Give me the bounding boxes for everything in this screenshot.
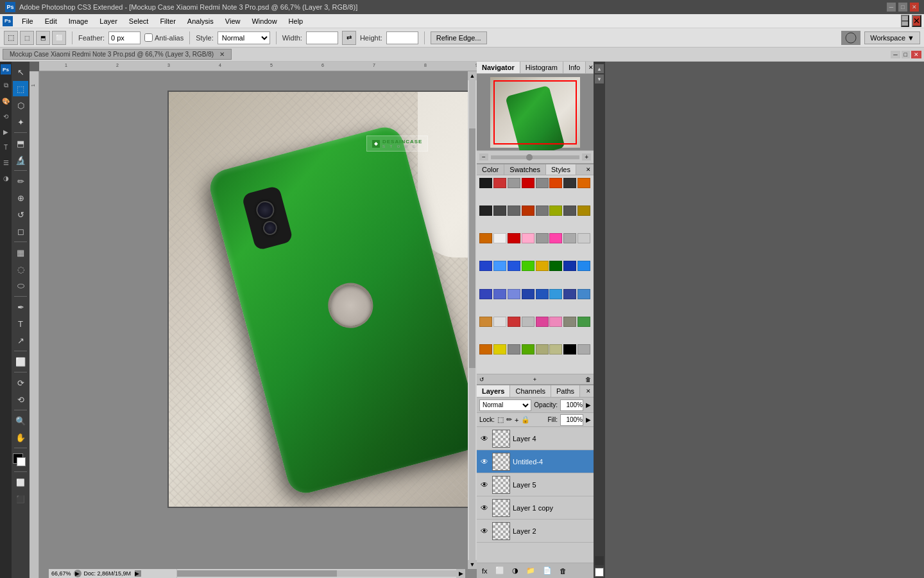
color-swatch-15[interactable] xyxy=(578,206,590,216)
eraser-tool[interactable]: ◻ xyxy=(13,223,28,239)
color-swatch-34[interactable] xyxy=(508,289,520,299)
blend-mode-select[interactable]: Normal Multiply Screen Overlay xyxy=(479,399,531,411)
color-swatch-0[interactable] xyxy=(479,178,492,188)
fill-arrow[interactable]: ▶ xyxy=(586,416,591,423)
marquee-options-1[interactable]: ⬚ xyxy=(20,31,34,45)
navigator-btn[interactable]: ⧉ xyxy=(0,78,13,92)
color-swatch-19[interactable] xyxy=(522,233,535,243)
color-swatch-52[interactable] xyxy=(536,344,549,355)
scroll-right-btn[interactable]: ▶ xyxy=(456,569,465,578)
blur-tool[interactable]: ◌ xyxy=(13,261,28,277)
color-swatch-21[interactable] xyxy=(549,233,562,243)
color-swatch-37[interactable] xyxy=(549,289,562,299)
layer-fx-btn[interactable]: fx xyxy=(479,566,490,575)
tab-styles[interactable]: Styles xyxy=(546,164,576,175)
style-select[interactable]: Normal Fixed Ratio Fixed Size xyxy=(218,31,270,44)
layer-item-2[interactable]: 👁 Layer 5 xyxy=(477,473,594,496)
canvas-area[interactable]: 1 2 3 4 5 6 7 8 9 10 12345678 xyxy=(30,62,477,578)
close-button[interactable]: ✕ xyxy=(910,3,919,12)
feather-input[interactable] xyxy=(108,31,141,44)
doc-info-arrow[interactable]: ▶ xyxy=(135,570,141,577)
lasso-tool[interactable]: ⬡ xyxy=(13,98,28,113)
minimize-button[interactable]: ─ xyxy=(887,3,896,12)
zoom-slider-thumb[interactable] xyxy=(526,154,533,161)
color-swatch-13[interactable] xyxy=(549,206,562,216)
gradient-tool[interactable]: ▦ xyxy=(13,245,28,260)
doc-tab-close[interactable]: ✕ xyxy=(219,51,225,58)
layer-vis-3[interactable]: 👁 xyxy=(479,503,490,513)
color-swatch-1[interactable] xyxy=(493,178,506,188)
opacity-input[interactable] xyxy=(560,399,583,411)
color-swatch-26[interactable] xyxy=(508,261,520,271)
brush-tool[interactable]: ✏ xyxy=(13,173,28,189)
zoom-out-btn[interactable]: − xyxy=(479,153,488,161)
layer-item-0[interactable]: 👁 Layer 4 xyxy=(477,427,594,450)
tab-paths[interactable]: Paths xyxy=(551,385,580,397)
color-swatch-44[interactable] xyxy=(536,317,549,327)
swap-btn[interactable]: ⇄ xyxy=(342,31,356,45)
color-swatch-40[interactable] xyxy=(479,317,492,327)
swatches-delete-btn[interactable]: 🗑 xyxy=(585,376,591,383)
lock-all-btn[interactable]: 🔒 xyxy=(521,416,530,424)
crop-tool[interactable]: ⬒ xyxy=(13,136,28,151)
tab-histogram[interactable]: Histogram xyxy=(520,62,563,73)
color-swatch-8[interactable] xyxy=(479,206,492,216)
color-swatch-42[interactable] xyxy=(508,317,520,327)
canvas-document[interactable]: DESAINCASE S T O R E Buy now at desainca… xyxy=(167,91,477,508)
pen-tool[interactable]: ✒ xyxy=(13,299,28,315)
layer-vis-1[interactable]: 👁 xyxy=(479,457,490,467)
color-swatch-17[interactable] xyxy=(493,233,506,243)
scroll-up-btn[interactable]: ▲ xyxy=(468,71,477,80)
layer-new-btn[interactable]: 📄 xyxy=(540,566,554,575)
maximize-button[interactable]: □ xyxy=(898,3,907,12)
layer-item-1[interactable]: 👁 Untitled-4 xyxy=(477,450,594,473)
doc-tab[interactable]: Mockup Case Xiaomi Redmi Note 3 Pro.psd … xyxy=(3,49,232,60)
3d-rotate-tool[interactable]: ⟳ xyxy=(13,375,28,390)
color-swatch-24[interactable] xyxy=(479,261,492,271)
color-swatch-55[interactable] xyxy=(578,344,590,355)
lock-position-btn[interactable]: + xyxy=(515,416,518,424)
tab-channels[interactable]: Channels xyxy=(510,385,551,397)
color-swatch-11[interactable] xyxy=(522,206,535,216)
panel-close[interactable]: ✕ xyxy=(912,15,921,27)
eyedropper-tool[interactable]: 🔬 xyxy=(13,152,28,168)
color-swatch-49[interactable] xyxy=(493,344,506,355)
layer-vis-0[interactable]: 👁 xyxy=(479,434,490,444)
color-swatch-29[interactable] xyxy=(549,261,562,271)
layer-vis-4[interactable]: 👁 xyxy=(479,526,490,536)
shape-tool[interactable]: ⬜ xyxy=(13,354,28,369)
color-swatch-22[interactable] xyxy=(563,233,576,243)
3d-other-tool[interactable]: ⟲ xyxy=(13,392,28,407)
layers-side-btn[interactable]: ☰ xyxy=(0,155,13,170)
color-swatch-53[interactable] xyxy=(549,344,562,355)
channels-side-btn[interactable]: ◑ xyxy=(0,171,13,185)
tab-info[interactable]: Info xyxy=(563,62,586,73)
menu-image[interactable]: Image xyxy=(64,16,94,26)
color-swatch-23[interactable] xyxy=(578,233,590,243)
color-swatch-10[interactable] xyxy=(508,206,520,216)
color-swatch-3[interactable] xyxy=(522,178,535,188)
color-swatch-54[interactable] xyxy=(563,344,576,355)
color-swatch-45[interactable] xyxy=(549,317,562,327)
color-panel-close[interactable]: ✕ xyxy=(583,166,594,173)
menu-select[interactable]: Select xyxy=(124,16,154,26)
color-swatch-6[interactable] xyxy=(563,178,576,188)
menu-view[interactable]: View xyxy=(220,16,246,26)
menu-edit[interactable]: Edit xyxy=(40,16,62,26)
type-btn[interactable]: T xyxy=(0,140,13,154)
color-swatch-46[interactable] xyxy=(563,317,576,327)
lock-transparent-btn[interactable]: ⬚ xyxy=(497,416,504,424)
color-swatch-36[interactable] xyxy=(536,289,549,299)
marquee-tool[interactable]: ⬚ xyxy=(13,81,28,96)
tab-navigator[interactable]: Navigator xyxy=(477,62,520,73)
color-swatch-28[interactable] xyxy=(536,261,549,271)
color-swatch-31[interactable] xyxy=(578,261,590,271)
panel-ctrl-min[interactable]: ─ xyxy=(891,51,900,58)
color-swatch-32[interactable] xyxy=(479,289,492,299)
bg-color-well[interactable] xyxy=(595,568,604,577)
height-input[interactable] xyxy=(386,31,418,44)
menu-filter[interactable]: Filter xyxy=(155,16,180,26)
color-swatch-43[interactable] xyxy=(522,317,535,327)
color-picker[interactable] xyxy=(13,453,28,469)
history-brush-tool[interactable]: ↺ xyxy=(13,207,28,222)
